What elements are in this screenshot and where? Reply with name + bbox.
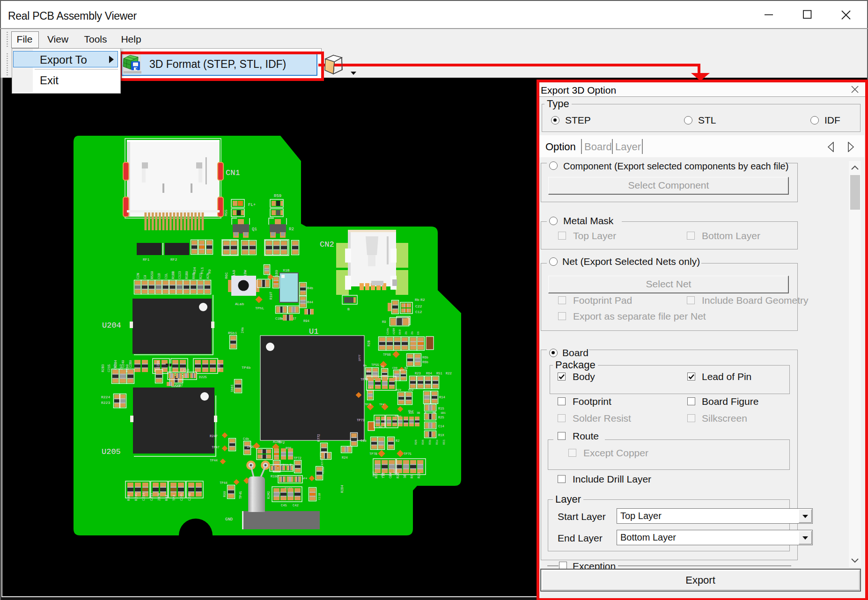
svg-text:TP73: TP73 xyxy=(357,418,365,422)
svg-text:3B: 3B xyxy=(403,475,407,478)
svg-text:R26: R26 xyxy=(414,439,418,445)
svg-text:R223: R223 xyxy=(101,401,110,405)
svg-text:R2d: R2d xyxy=(408,388,413,392)
svg-text:R3b: R3b xyxy=(428,439,432,445)
svg-text:C215: C215 xyxy=(107,364,111,372)
svg-text:Rb: Rb xyxy=(363,364,367,367)
svg-text:Rb: Rb xyxy=(415,298,419,302)
svg-text:R1c: R1c xyxy=(435,439,439,445)
svg-text:R4b: R4b xyxy=(307,286,313,290)
svg-text:S5: S5 xyxy=(367,370,370,373)
svg-text:A2B9: A2B9 xyxy=(392,328,396,335)
svg-text:R59: R59 xyxy=(274,194,281,198)
svg-text:R1X: R1X xyxy=(438,433,444,437)
svg-text:TP7B: TP7B xyxy=(369,452,377,456)
svg-text:C24B: C24B xyxy=(188,493,191,501)
svg-text:R51: R51 xyxy=(436,372,442,375)
svg-text:R5: R5 xyxy=(433,411,436,415)
svg-text:R1U7: R1U7 xyxy=(269,292,273,300)
svg-text:C9: C9 xyxy=(143,275,147,279)
svg-text:R2D4: R2D4 xyxy=(340,485,344,493)
svg-text:R2M2: R2M2 xyxy=(267,491,271,499)
svg-text:2B2B: 2B2B xyxy=(157,493,161,501)
svg-text:24a: 24a xyxy=(241,327,244,333)
svg-text:B: B xyxy=(347,307,350,311)
svg-text:1bb1: 1bb1 xyxy=(230,384,234,392)
svg-text:TP72: TP72 xyxy=(294,456,302,460)
svg-text:R21: R21 xyxy=(199,273,203,279)
svg-text:R2: R2 xyxy=(420,298,425,302)
svg-text:R3: R3 xyxy=(389,473,392,476)
svg-text:C4b: C4b xyxy=(243,437,249,441)
svg-text:C249: C249 xyxy=(121,360,125,368)
svg-text:bF4: bF4 xyxy=(302,477,307,480)
svg-text:R2: R2 xyxy=(396,439,399,443)
svg-text:U204: U204 xyxy=(102,321,121,330)
svg-text:R25: R25 xyxy=(438,416,444,419)
svg-text:R1BB: R1BB xyxy=(171,271,175,279)
svg-text:C97: C97 xyxy=(368,386,373,389)
svg-text:C1b: C1b xyxy=(360,439,367,443)
svg-text:C2B7: C2B7 xyxy=(175,384,183,388)
svg-text:C12: C12 xyxy=(415,310,422,314)
svg-text:C213: C213 xyxy=(150,493,154,501)
svg-text:TP4: TP4 xyxy=(172,495,176,501)
svg-text:C245: C245 xyxy=(180,493,184,501)
svg-text:R9: R9 xyxy=(382,320,386,324)
svg-text:R6b: R6b xyxy=(422,356,428,359)
svg-text:Cb: Cb xyxy=(381,473,384,476)
svg-text:R36: R36 xyxy=(421,439,425,445)
svg-text:R23: R23 xyxy=(415,372,421,375)
svg-text:R245: R245 xyxy=(134,493,138,501)
svg-text:TP4b: TP4b xyxy=(242,366,250,370)
svg-text:R69: R69 xyxy=(398,329,402,335)
svg-text:ALab: ALab xyxy=(235,302,244,306)
svg-text:TP75: TP75 xyxy=(404,452,412,456)
svg-text:B2: B2 xyxy=(405,366,408,370)
svg-text:D6: D6 xyxy=(417,331,420,335)
svg-text:R22: R22 xyxy=(446,372,452,375)
svg-text:1P77: 1P77 xyxy=(358,354,361,361)
svg-text:C34b: C34b xyxy=(386,328,390,335)
svg-text:TP47: TP47 xyxy=(212,446,220,449)
svg-text:R6b: R6b xyxy=(422,360,428,364)
svg-text:C2N: C2N xyxy=(136,273,140,279)
svg-text:TP44: TP44 xyxy=(220,481,228,485)
svg-text:R2B4: R2B4 xyxy=(114,360,118,368)
svg-text:R4B: R4B xyxy=(127,495,131,501)
svg-text:C99: C99 xyxy=(392,366,397,370)
svg-text:C256: C256 xyxy=(180,368,189,372)
svg-text:C1BW: C1BW xyxy=(275,317,284,321)
svg-text:R772: R772 xyxy=(317,434,321,442)
svg-text:TP45: TP45 xyxy=(239,491,243,499)
svg-text:D225: D225 xyxy=(199,375,207,379)
svg-text:R247: R247 xyxy=(210,434,218,438)
svg-text:R23: R23 xyxy=(393,468,397,474)
svg-text:C42: C42 xyxy=(293,504,299,507)
svg-text:2b: 2b xyxy=(411,331,414,335)
svg-text:Rb7: Rb7 xyxy=(372,471,375,476)
svg-text:C45: C45 xyxy=(281,504,287,507)
svg-text:R772: R772 xyxy=(321,458,324,465)
svg-text:A2b: A2b xyxy=(206,273,210,279)
svg-text:CN2: CN2 xyxy=(320,240,334,249)
svg-text:C2B9: C2B9 xyxy=(129,360,132,368)
svg-text:X1B: X1B xyxy=(283,268,290,272)
svg-text:TP76: TP76 xyxy=(360,378,368,381)
svg-text:A1bb: A1bb xyxy=(273,440,281,444)
svg-text:1P9L: 1P9L xyxy=(247,445,255,449)
svg-text:C1D: C1D xyxy=(157,273,161,279)
svg-text:R24: R24 xyxy=(342,456,348,460)
svg-text:TP66: TP66 xyxy=(383,353,391,357)
svg-text:FL+: FL+ xyxy=(248,203,256,207)
svg-text:C233: C233 xyxy=(217,363,221,371)
svg-text:R64: R64 xyxy=(426,372,432,375)
svg-text:C11b: C11b xyxy=(322,467,325,474)
svg-text:R6C: R6C xyxy=(224,272,228,279)
svg-text:C14: C14 xyxy=(438,424,444,428)
svg-text:C214: C214 xyxy=(142,493,146,501)
svg-text:U1: U1 xyxy=(309,327,318,336)
svg-text:R44: R44 xyxy=(165,495,169,501)
svg-text:R6: R6 xyxy=(410,475,414,478)
svg-text:R2b: R2b xyxy=(409,411,414,415)
